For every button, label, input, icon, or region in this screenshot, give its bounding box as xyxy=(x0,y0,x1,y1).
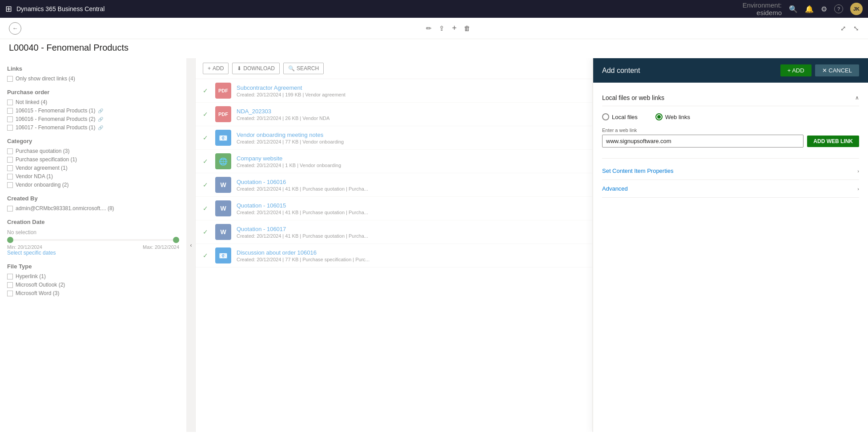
label-vendor-agreement: Vendor agreement (1) xyxy=(16,165,68,171)
search-button[interactable]: 🔍 SEARCH xyxy=(283,63,324,74)
add-button[interactable]: + ADD xyxy=(203,63,229,74)
slider-fill xyxy=(7,239,179,241)
file-type-section: File Type Hyperlink (1) Microsoft Outloo… xyxy=(7,263,179,296)
avatar[interactable]: JK xyxy=(850,3,863,15)
cb-outlook[interactable] xyxy=(7,282,13,288)
add-web-link-button[interactable]: ADD WEB LINK xyxy=(807,136,859,147)
waffle-icon[interactable]: ⊞ xyxy=(5,4,12,14)
delete-icon[interactable]: 🗑 xyxy=(464,24,470,32)
label-outlook: Microsoft Outlook (2) xyxy=(16,282,65,288)
list-item[interactable]: ✓ PDF NDA_202303 Created: 20/12/2024 | 2… xyxy=(196,103,592,126)
app-title: Dynamics 365 Business Central xyxy=(16,5,104,12)
filter-106016[interactable]: 106016 - Fenomenal Products (2) 🔗 xyxy=(7,116,179,122)
slider-track xyxy=(7,239,179,241)
file-meta: Created: 20/12/2024 | 199 KB | Vendor ag… xyxy=(237,92,585,97)
checkbox-not-linked[interactable] xyxy=(7,100,13,105)
direct-links-filter[interactable]: Only show direct links (4) xyxy=(7,76,179,82)
file-name: NDA_202303 xyxy=(237,108,585,115)
slider-thumb-left[interactable] xyxy=(7,237,13,243)
local-files-section-header[interactable]: Local files or web links ∧ xyxy=(602,90,859,106)
dialog-add-button[interactable]: + ADD xyxy=(780,64,812,76)
list-item[interactable]: ✓ 📧 Discussion about order 106016 Create… xyxy=(196,244,592,267)
filter-word[interactable]: Microsoft Word (3) xyxy=(7,290,179,296)
cb-vendor-agreement[interactable] xyxy=(7,165,13,171)
file-type-icon: 🌐 xyxy=(215,153,231,169)
dialog-cancel-button[interactable]: ✕ CANCEL xyxy=(815,64,859,76)
fullscreen-icon[interactable]: ⤡ xyxy=(853,24,859,32)
select-specific-dates[interactable]: Select specific dates xyxy=(7,250,179,256)
list-item[interactable]: ✓ W Quotation - 106015 Created: 20/12/20… xyxy=(196,197,592,220)
search-icon[interactable]: 🔍 xyxy=(789,5,798,13)
topbar-right: Environment: esidemo 🔍 🔔 ⚙ ? JK xyxy=(743,1,863,17)
page-title-area: L00040 - Fenomenal Products xyxy=(0,39,868,58)
cb-word[interactable] xyxy=(7,291,13,296)
filter-vendor-onboarding[interactable]: Vendor onboarding (2) xyxy=(7,182,179,188)
file-meta: Created: 20/12/2024 | 41 KB | Purchase q… xyxy=(237,186,585,192)
share-icon[interactable]: ⇪ xyxy=(439,24,445,32)
list-item[interactable]: ✓ W Quotation - 106017 Created: 20/12/20… xyxy=(196,220,592,244)
dialog-body: Local files or web links ∧ Local files W… xyxy=(593,83,868,432)
expand-icon[interactable]: ⤢ xyxy=(840,24,846,32)
purchase-order-title: Purchase order xyxy=(7,89,179,96)
checkbox-106016[interactable] xyxy=(7,116,13,122)
label-not-linked: Not linked (4) xyxy=(16,99,47,105)
back-button[interactable]: ← xyxy=(9,22,21,35)
topbar-left: ⊞ Dynamics 365 Business Central xyxy=(5,4,104,14)
web-link-area: Enter a web link ADD WEB LINK xyxy=(602,128,859,148)
advanced-row[interactable]: Advanced › xyxy=(602,180,859,198)
set-properties-row[interactable]: Set Content Item Properties › xyxy=(602,162,859,180)
edit-icon[interactable]: ✏ xyxy=(426,24,432,32)
section-chevron-up-icon: ∧ xyxy=(855,95,859,101)
topbar: ⊞ Dynamics 365 Business Central Environm… xyxy=(0,0,868,18)
file-name: Quotation - 106016 xyxy=(237,179,585,185)
list-item[interactable]: ✓ W Quotation - 106016 Created: 20/12/20… xyxy=(196,173,592,197)
web-links-radio[interactable]: Web links xyxy=(655,113,690,120)
check-icon: ✓ xyxy=(203,158,210,165)
local-files-radio[interactable]: Local files xyxy=(602,113,638,120)
download-button[interactable]: ⬇ DOWNLOAD xyxy=(232,63,280,74)
filter-admin[interactable]: admin@CRMbc983381.onmicrosoft.... (8) xyxy=(7,205,179,212)
cb-hyperlink[interactable] xyxy=(7,274,13,279)
cb-vendor-nda[interactable] xyxy=(7,174,13,180)
filter-outlook[interactable]: Microsoft Outlook (2) xyxy=(7,282,179,288)
no-selection-label: No selection xyxy=(7,229,36,235)
filter-106015[interactable]: 106015 - Fenomenal Products (1) 🔗 xyxy=(7,108,179,114)
filter-vendor-nda[interactable]: Vendor NDA (1) xyxy=(7,173,179,180)
filter-purchase-specification[interactable]: Purchase specification (1) xyxy=(7,156,179,163)
list-item[interactable]: ✓ 🌐 Company website Created: 20/12/2024 … xyxy=(196,150,592,173)
checkbox-106017[interactable] xyxy=(7,125,13,131)
label-vendor-nda: Vendor NDA (1) xyxy=(16,173,53,180)
checkbox-106015[interactable] xyxy=(7,108,13,114)
env-info: Environment: esidemo xyxy=(743,1,782,17)
filter-not-linked[interactable]: Not linked (4) xyxy=(7,99,179,105)
list-item[interactable]: ✓ 📧 Vendor onboarding meeting notes Crea… xyxy=(196,126,592,150)
cb-admin[interactable] xyxy=(7,206,13,212)
dialog-title: Add content xyxy=(602,67,640,75)
label-purchase-specification: Purchase specification (1) xyxy=(16,156,77,163)
file-info: Company website Created: 20/12/2024 | 1 … xyxy=(237,155,585,168)
label-purchase-quotation: Purchase quotation (3) xyxy=(16,148,69,154)
local-files-section-content: Local files Web links Enter a web link A… xyxy=(602,106,859,155)
filter-106017[interactable]: 106017 - Fenomenal Products (1) 🔗 xyxy=(7,124,179,131)
settings-icon[interactable]: ⚙ xyxy=(821,5,827,13)
slider-max-label: Max: 20/12/2024 xyxy=(143,244,179,250)
help-icon[interactable]: ? xyxy=(834,4,843,13)
add-toolbar-icon[interactable]: + xyxy=(452,24,457,33)
file-type-title: File Type xyxy=(7,263,179,270)
filter-purchase-quotation[interactable]: Purchase quotation (3) xyxy=(7,148,179,154)
check-icon: ✓ xyxy=(203,134,210,141)
page-title: L00040 - Fenomenal Products xyxy=(9,43,859,53)
panel-collapse-button[interactable]: ‹ xyxy=(187,58,196,432)
cb-purchase-specification[interactable] xyxy=(7,157,13,163)
bell-icon[interactable]: 🔔 xyxy=(805,5,814,13)
date-slider[interactable] xyxy=(7,239,179,241)
direct-links-checkbox[interactable] xyxy=(7,76,13,82)
cb-purchase-quotation[interactable] xyxy=(7,148,13,154)
filter-vendor-agreement[interactable]: Vendor agreement (1) xyxy=(7,165,179,171)
check-icon: ✓ xyxy=(203,252,210,259)
filter-hyperlink[interactable]: Hyperlink (1) xyxy=(7,273,179,279)
list-item[interactable]: ✓ PDF Subcontractor Agreement Created: 2… xyxy=(196,79,592,103)
slider-thumb-right[interactable] xyxy=(173,237,179,243)
cb-vendor-onboarding[interactable] xyxy=(7,182,13,188)
web-link-input[interactable] xyxy=(602,135,804,148)
